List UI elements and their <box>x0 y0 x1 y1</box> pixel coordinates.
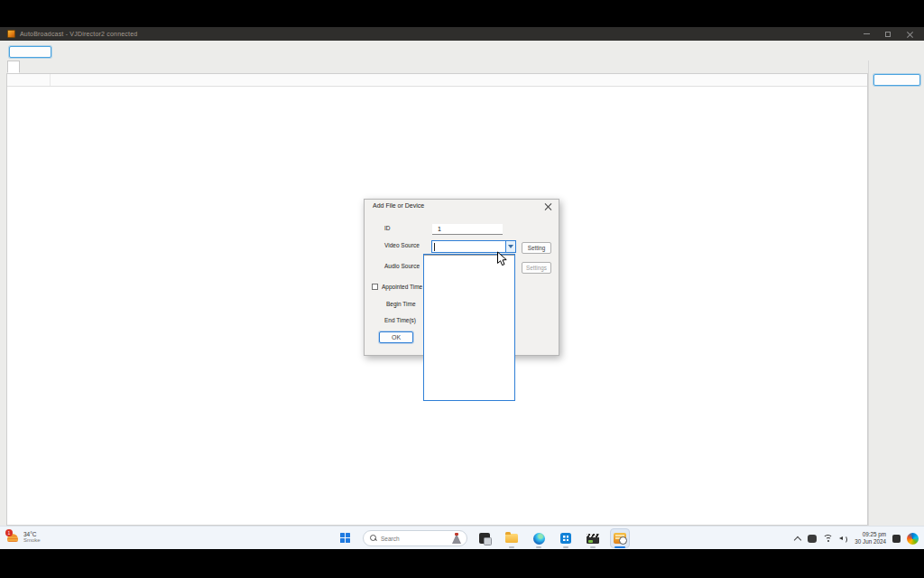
main-toolbar <box>0 41 924 61</box>
weather-temp: 34°C <box>23 531 41 537</box>
search-icon <box>370 535 377 542</box>
side-panel-button[interactable] <box>873 74 920 86</box>
vjdirector-button[interactable] <box>583 528 603 548</box>
file-explorer-icon <box>505 534 518 543</box>
end-time-label: End Time(s) <box>384 317 416 323</box>
store-icon <box>560 533 571 544</box>
audio-source-label: Audio Source <box>384 263 420 269</box>
copilot-icon[interactable] <box>907 533 919 545</box>
id-label: ID <box>384 225 391 231</box>
video-source-label: Video Source <box>384 242 420 248</box>
weather-condition: Smoke <box>23 537 41 543</box>
maximize-button[interactable] <box>877 27 899 41</box>
start-icon <box>340 533 351 544</box>
system-tray: 09:25 pm 30 Jun 2024 <box>795 527 919 550</box>
task-view-button[interactable] <box>475 528 494 548</box>
dialog-title: Add File or Device <box>373 202 424 209</box>
close-button[interactable] <box>899 27 920 41</box>
toolbar-button[interactable] <box>9 46 51 58</box>
ime-icon[interactable] <box>892 535 901 543</box>
dialog-close-icon[interactable] <box>544 202 552 210</box>
window-titlebar: AutoBroadcast - VJDirector2 connected <box>0 27 924 41</box>
side-panel <box>868 61 924 526</box>
volume-icon[interactable] <box>839 535 848 543</box>
minimize-icon <box>864 33 870 34</box>
table-header-row <box>7 74 867 87</box>
chevron-down-icon <box>508 245 513 248</box>
search-input[interactable] <box>381 536 444 542</box>
task-view-icon <box>479 533 490 544</box>
tray-device-icon[interactable] <box>808 535 817 543</box>
clock-date: 30 Jun 2024 <box>855 538 886 545</box>
video-setting-button[interactable]: Setting <box>522 242 551 254</box>
autobroadcast-button[interactable] <box>610 528 630 548</box>
autobroadcast-icon <box>614 533 626 544</box>
video-frame: AutoBroadcast - VJDirector2 connected <box>0 0 924 578</box>
app-icon <box>7 30 15 38</box>
id-field[interactable] <box>432 224 503 235</box>
letterbox-top <box>0 0 924 27</box>
window-controls <box>855 27 920 41</box>
edge-icon <box>533 533 545 545</box>
weather-widget[interactable]: 1 34°C Smoke <box>5 529 41 544</box>
tab[interactable] <box>7 61 20 73</box>
taskbar: 1 34°C Smoke <box>0 526 924 549</box>
letterbox-bottom <box>0 549 924 578</box>
cursor-arrow <box>496 251 508 267</box>
appointed-time-checkbox[interactable] <box>372 284 378 290</box>
taskbar-search[interactable] <box>363 530 467 546</box>
audio-settings-button[interactable]: Settings <box>522 262 551 274</box>
store-button[interactable] <box>556 528 576 548</box>
desktop: AutoBroadcast - VJDirector2 connected <box>0 27 924 549</box>
edge-button[interactable] <box>529 528 549 548</box>
notification-badge: 1 <box>5 529 13 536</box>
text-caret <box>434 243 435 251</box>
clapperboard-icon <box>587 534 599 544</box>
taskbar-clock[interactable]: 09:25 pm 30 Jun 2024 <box>855 531 886 545</box>
tray-chevron-icon[interactable] <box>795 536 801 542</box>
wifi-icon[interactable] <box>823 535 833 543</box>
maximize-icon <box>885 32 891 37</box>
taskbar-center <box>336 527 630 550</box>
tab-bar <box>0 61 868 73</box>
clock-time: 09:25 pm <box>855 531 886 538</box>
table-column-header[interactable] <box>7 74 51 86</box>
video-source-dropdown-list <box>423 254 515 401</box>
search-decoration-icon <box>452 534 461 544</box>
begin-time-label: Begin Time <box>386 301 416 307</box>
weather-icon: 1 <box>5 529 20 544</box>
start-button[interactable] <box>336 528 356 548</box>
appointed-time-label: Appointed Time <box>382 284 422 290</box>
ok-button[interactable]: OK <box>379 331 413 343</box>
minimize-button[interactable] <box>855 27 877 41</box>
window-title: AutoBroadcast - VJDirector2 connected <box>20 31 137 37</box>
file-explorer-button[interactable] <box>502 528 522 548</box>
close-icon <box>907 31 913 37</box>
